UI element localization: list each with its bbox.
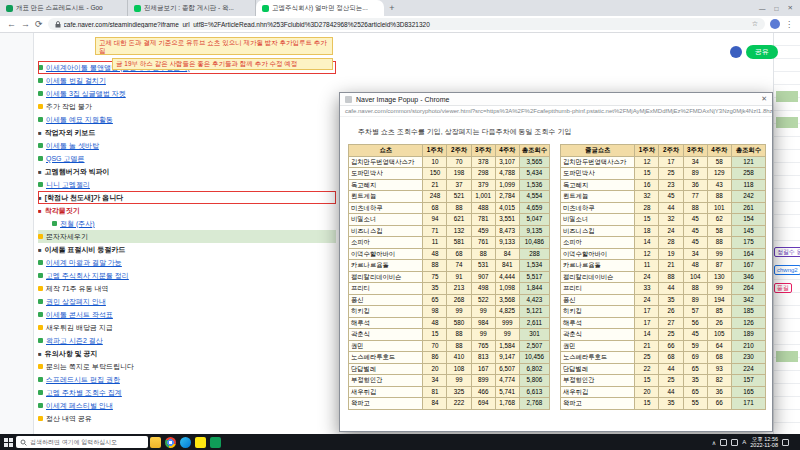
sheet-item[interactable]: 스프레드시트 편집 권한 (38, 373, 336, 386)
table-row: 소피아14284588175 (561, 237, 766, 249)
week-views-cell: 28 (635, 202, 659, 214)
week-views-cell: 14 (635, 329, 659, 341)
table-row: 독고혜지21373791,0991,536 (349, 179, 550, 191)
menu-kebab-icon[interactable]: ⋮ (785, 20, 793, 29)
week-views-cell: 70 (423, 340, 447, 352)
kakaotalk-icon[interactable] (195, 437, 206, 448)
sheet-item[interactable]: 권민 상장폐지 안내 (38, 295, 336, 308)
sheet-item: 제작 71주 유동 내역 (38, 282, 336, 295)
notification-center-icon[interactable] (782, 439, 789, 446)
week-views-cell: 44 (659, 363, 683, 375)
week-views-cell: 488 (471, 202, 495, 214)
sheet-item[interactable]: 고멤 주식회사 지분율 정리 (38, 269, 336, 282)
member-name-cell: 캘리칼리데이비슨 (349, 271, 423, 283)
profile-avatar[interactable] (770, 19, 780, 29)
table-row: 단답벌레22446593224 (561, 363, 766, 375)
browser-tab[interactable]: 고멤주식회사) 얼마면 정산되는... (256, 0, 384, 16)
sheet-item[interactable]: 이세돌 놀 셋바탕 (38, 139, 336, 152)
browser-tab[interactable]: 전체글보기 : 종합 게시판 - 왁... (128, 0, 256, 16)
column-header: 1주차 (423, 145, 447, 157)
maximize-icon[interactable]: □ (775, 5, 779, 12)
system-tray: ∧ A 오후 12:56 2022-11-08 (712, 436, 800, 448)
week-views-cell: 4,788 (495, 168, 519, 180)
sheet-item[interactable]: QSG 고델른 (38, 152, 336, 165)
table-row: 부정형인간34998994,7745,806 (349, 375, 550, 387)
week-views-cell: 194 (707, 294, 731, 306)
sheet-item[interactable]: 전철 (주사) (38, 217, 336, 230)
new-tab-button[interactable]: + (384, 0, 400, 16)
table-row: 노스페라투호드864108139,14710,456 (349, 352, 550, 364)
week-views-cell: 4,015 (495, 202, 519, 214)
sheet-item: 이세돌 표절시비 둥절카드 (38, 243, 336, 256)
close-icon[interactable]: ✕ (788, 4, 793, 12)
week-views-cell: 1,099 (495, 179, 519, 191)
volume-icon[interactable] (731, 439, 738, 446)
desktop: 개표 만든 스프레드시트 - Goo전체글보기 : 종합 게시판 - 왁...고… (0, 0, 800, 450)
table-row: 미츠네하쿠284488101261 (561, 202, 766, 214)
week-views-cell: 459 (471, 225, 495, 237)
ime-indicator[interactable]: A (742, 439, 746, 445)
table-row: 도파민박사152589129258 (561, 168, 766, 180)
collaborator-chip: 풍길 (774, 283, 792, 293)
week-views-cell: 20 (423, 363, 447, 375)
url-bar[interactable]: cafe.naver.com/steamindiegame?iframe_url… (48, 18, 765, 30)
reload-icon[interactable]: ⟳ (35, 20, 43, 29)
sheet-item[interactable]: 고멤 주차별 조회수 집계 (38, 386, 336, 399)
start-button[interactable] (0, 434, 16, 450)
back-icon[interactable]: ← (7, 20, 16, 29)
sheet-item[interactable]: 이세돌 3집 싱글앨범 자켓 (38, 87, 336, 100)
share-button[interactable]: 공유 (746, 45, 778, 59)
member-name-cell: 단답벌레 (561, 363, 635, 375)
taskbar-search-input[interactable]: 검색하려면 여기에 입력하십시오 (16, 436, 148, 448)
member-name-cell: 비즈니스킴 (561, 225, 635, 237)
week-views-cell: 4,774 (495, 375, 519, 387)
popup-title-bar[interactable]: Naver Image Popup - Chrome ✕ (340, 93, 772, 106)
week-views-cell: 15 (635, 168, 659, 180)
sheet-item[interactable]: 왁파고 시즌2 결산 (38, 334, 336, 347)
table-header-row: 쇼츠1주차2주차3주차4주차총조회수 (349, 145, 550, 157)
sheet-item[interactable]: 이세돌 번길 걸치기 (38, 74, 336, 87)
sheet-item[interactable]: 이세돌 예묘 지원활동 (38, 113, 336, 126)
sheet-item-label: 니니 고멤젤리 (46, 180, 90, 190)
user-avatar[interactable] (730, 46, 742, 58)
week-views-cell: 99 (495, 329, 519, 341)
forward-icon[interactable]: → (21, 20, 30, 29)
edge-icon[interactable] (180, 437, 191, 448)
popup-close-icon[interactable]: ✕ (761, 95, 767, 103)
table-row: 곽춘식15889999301 (349, 329, 550, 341)
minimize-icon[interactable]: — (759, 5, 766, 12)
member-name-cell: 도파민박사 (349, 168, 423, 180)
file-explorer-icon[interactable] (150, 437, 161, 448)
week-views-cell: 325 (447, 386, 471, 398)
week-views-cell: 43 (707, 179, 731, 191)
table-row: 비즈니스킴711324598,4739,135 (349, 225, 550, 237)
table-row: 뢴트게늄32457788242 (561, 191, 766, 203)
week-views-cell: 88 (447, 202, 471, 214)
bookmark-star-icon[interactable]: ☆ (752, 20, 758, 28)
sheet-right-strip (773, 33, 800, 434)
shorts-views-table: 쇼츠1주차2주차3주차4주차총조회수김치만두번영택사스가10703783,107… (348, 144, 550, 410)
chrome-icon[interactable] (165, 437, 176, 448)
week-views-cell: 25 (659, 168, 683, 180)
week-views-cell: 24 (635, 294, 659, 306)
sheet-item[interactable]: 이세계 마왕과 결말 가능 (38, 256, 336, 269)
table-row: 미츠네하쿠68884884,0154,659 (349, 202, 550, 214)
sheet-item-label: 이세돌 번길 걸치기 (46, 76, 106, 86)
browser-tab[interactable]: 개표 만든 스프레드시트 - Goo (0, 0, 128, 16)
tray-expand-icon[interactable]: ∧ (712, 439, 716, 446)
taskbar-clock[interactable]: 오후 12:56 2022-11-08 (750, 436, 778, 448)
tab-favicon (134, 5, 141, 12)
network-icon[interactable] (720, 439, 727, 446)
sheet-item[interactable]: 니니 고멤젤리 (38, 178, 336, 191)
week-views-cell: 1,001 (471, 191, 495, 203)
member-name-cell: 카르나르윰돌 (561, 260, 635, 272)
member-name-cell: 권민 (561, 340, 635, 352)
sheet-item[interactable]: 이세돌 콘서트 좌석표 (38, 308, 336, 321)
week-views-cell: 8,473 (495, 225, 519, 237)
sheet-item-list: 이세계아이돌 몰앤앨범 (분철왜에 잘루만들기)이세돌 번길 걸치기이세돌 3집… (38, 61, 336, 425)
sheet-item[interactable]: 이세계 페스티벌 안내 (38, 399, 336, 412)
week-views-cell: 761 (471, 237, 495, 249)
week-views-cell: 88 (447, 329, 471, 341)
table-row: 뢴트게늄2485211,0012,7844,554 (349, 191, 550, 203)
sheets-icon[interactable] (210, 437, 221, 448)
